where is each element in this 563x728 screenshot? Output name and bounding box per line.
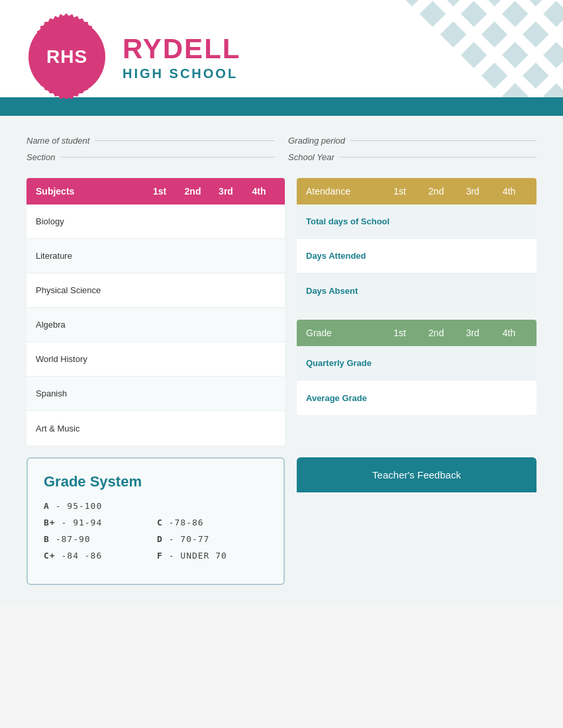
attendance-table: Atendance 1st 2nd 3rd 4th Total days of … <box>297 178 537 308</box>
student-name-line <box>95 140 275 141</box>
subject-row-biology: Biology <box>26 205 285 239</box>
grade-col-label: Grade <box>306 328 382 338</box>
grade-table: Grade 1st 2nd 3rd 4th Quarterly Grade Av… <box>297 320 537 415</box>
grade-col-2: 2nd <box>418 328 454 338</box>
school-year-field: School Year <box>288 152 537 162</box>
logo: RHS <box>28 19 105 95</box>
grade-item-a: A - 95-100 <box>44 501 268 511</box>
school-name-block: RYDELL HIGH SCHOOL <box>123 33 240 81</box>
school-name-sub: HIGH SCHOOL <box>123 66 240 81</box>
subjects-col-1: 1st <box>143 186 176 197</box>
student-name-field: Name of student <box>26 136 275 146</box>
feedback-box: Teacher's Feedback <box>297 457 537 585</box>
feedback-header: Teacher's Feedback <box>297 457 537 492</box>
attendance-col-4: 4th <box>491 186 527 197</box>
school-year-label: School Year <box>288 152 334 162</box>
student-info-section: Name of student Grading period Section S… <box>26 129 537 162</box>
section-line <box>60 157 275 158</box>
attendance-row-total-days: Total days of School <box>297 205 537 239</box>
right-section: Atendance 1st 2nd 3rd 4th Total days of … <box>297 178 537 445</box>
grade-col-1: 1st <box>382 328 418 338</box>
attendance-col-label: Atendance <box>306 186 382 197</box>
page-header: RHS RYDELL HIGH SCHOOL <box>0 0 563 116</box>
grade-header: Grade 1st 2nd 3rd 4th <box>297 320 537 346</box>
attendance-col-3: 3rd <box>454 186 491 197</box>
subject-row-algebra: Algebra <box>26 308 285 342</box>
content-area: Name of student Grading period Section S… <box>0 116 563 605</box>
subject-row-physical-science: Physical Science <box>26 273 285 308</box>
section-label: Section <box>26 152 55 162</box>
attendance-header: Atendance 1st 2nd 3rd 4th <box>297 178 537 205</box>
school-name-main: RYDELL <box>123 33 240 65</box>
subjects-table: Subjects 1st 2nd 3rd 4th Biology Literat… <box>26 178 285 445</box>
subjects-col-3: 3rd <box>209 186 242 197</box>
main-grid: Subjects 1st 2nd 3rd 4th Biology Literat… <box>26 178 537 445</box>
attendance-row-days-attended: Days Attended <box>297 239 537 273</box>
attendance-col-1: 1st <box>382 186 418 197</box>
grade-col-4: 4th <box>491 328 527 338</box>
attendance-col-2: 2nd <box>418 186 454 197</box>
bottom-grid: Grade System A - 95-100 B+ - 91-94 C -78… <box>26 457 537 585</box>
student-name-label: Name of student <box>26 136 89 146</box>
subjects-header: Subjects 1st 2nd 3rd 4th <box>26 178 285 205</box>
subject-row-spanish: Spanish <box>26 377 285 411</box>
grade-row-average: Average Grade <box>297 381 537 415</box>
subjects-col-subject: Subjects <box>36 186 143 197</box>
section-field: Section <box>26 152 275 162</box>
teal-bar <box>0 97 563 116</box>
school-year-line <box>340 157 537 158</box>
subject-row-world-history: World History <box>26 342 285 377</box>
attendance-row-days-absent: Days Absent <box>297 273 537 308</box>
feedback-body <box>297 492 537 585</box>
grade-item-b-d: B -87-90 D - 70-77 <box>44 534 268 551</box>
grade-row-quarterly: Quarterly Grade <box>297 346 537 381</box>
grade-col-3: 3rd <box>454 328 491 338</box>
grading-period-field: Grading period <box>288 136 537 146</box>
subjects-col-4: 4th <box>242 186 276 197</box>
subject-row-literature: Literature <box>26 239 285 273</box>
grading-period-line <box>350 140 537 141</box>
grade-system-title: Grade System <box>44 473 268 490</box>
diamond-pattern <box>351 0 563 103</box>
grading-period-label: Grading period <box>288 136 345 146</box>
grade-item-cplus-f: C+ -84 -86 F - UNDER 70 <box>44 551 268 567</box>
subject-row-art-music: Art & Music <box>26 411 285 445</box>
grade-item-bplus-c: B+ - 91-94 C -78-86 <box>44 518 268 534</box>
grade-system-box: Grade System A - 95-100 B+ - 91-94 C -78… <box>26 457 285 585</box>
subjects-col-2: 2nd <box>176 186 209 197</box>
